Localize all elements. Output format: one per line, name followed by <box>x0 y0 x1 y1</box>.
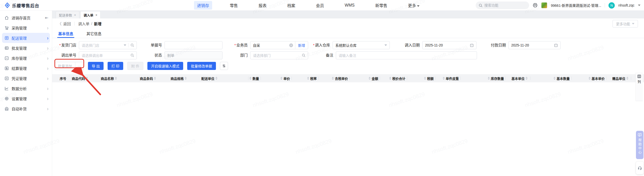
items-table-header: 序号 商品代码 商品名称 商品条码 商品规格 配送单位 数量 单价 税率 含税单… <box>52 74 644 82</box>
print-button[interactable]: 打 印 <box>108 62 123 70</box>
nav-item-wms[interactable]: WMS <box>342 2 358 9</box>
out-doc-select[interactable]: 请选择调出单 <box>79 51 137 59</box>
in-date-picker[interactable]: 2025-11-20 <box>422 41 476 49</box>
worktab-transfer-in[interactable]: 调入单 × <box>80 11 101 18</box>
nav-item-reports[interactable]: 报表 <box>255 1 270 10</box>
clear-icon[interactable]: × <box>289 43 293 47</box>
col-total-with-tax[interactable]: 税价合计 <box>388 74 423 82</box>
user-name[interactable]: nhsoft.zqc <box>618 3 634 7</box>
headset-icon <box>638 166 642 170</box>
nav-item-members[interactable]: 会员 <box>313 1 327 10</box>
store-name[interactable]: 99661-新界面果蔬版测试-管理... <box>551 3 601 8</box>
help-chat-icon <box>638 133 642 137</box>
col-delivery-unit[interactable]: 配送单位 <box>201 74 248 82</box>
col-tax-amount[interactable]: 税额 <box>423 74 442 82</box>
breadcrumb-current: 新增 <box>94 21 102 26</box>
department-select[interactable]: 请选择部门 <box>250 51 308 59</box>
col-base-price[interactable]: 基本单价 <box>588 74 612 82</box>
store-avatar <box>541 2 547 8</box>
col-base-qty[interactable]: 基本数量 <box>553 74 588 82</box>
col-product-name[interactable]: 商品名称 <box>101 74 140 82</box>
remark-input[interactable]: 请输入备注 <box>336 51 477 59</box>
col-barcode[interactable]: 商品条码 <box>140 74 171 82</box>
col-base-unit[interactable]: 基本单位 <box>511 74 553 82</box>
collapse-sidebar-icon[interactable]: ⇤ <box>45 15 48 20</box>
nav-item-psi[interactable]: 进销存 <box>194 1 212 10</box>
col-spec[interactable]: 商品规格 <box>171 74 201 82</box>
col-stock-qty[interactable]: 库存数量 <box>487 74 511 82</box>
global-search[interactable] <box>476 2 529 9</box>
customer-support-button[interactable] <box>636 162 643 174</box>
worktab-delivery-params[interactable]: 配送参数 × <box>56 11 79 18</box>
col-product-code[interactable]: 商品代码 <box>72 74 101 82</box>
nav-item-archives[interactable]: 档案 <box>284 1 298 10</box>
chevron-right-icon: › <box>47 25 48 31</box>
search-icon[interactable] <box>131 54 134 57</box>
col-unit-tare[interactable]: 单件皮重 <box>442 74 487 82</box>
tab-basic-info[interactable]: 基本信息 <box>58 29 73 38</box>
doc-number-input[interactable] <box>165 41 222 49</box>
more-dots-icon[interactable]: ⋯ <box>75 62 84 70</box>
sending-store-select[interactable]: 请选择门店 <box>79 41 137 49</box>
help-center-button[interactable]: 帮助中心 <box>636 131 643 159</box>
col-amount[interactable]: 金额 <box>368 74 388 82</box>
col-seq: 序号 <box>60 74 72 82</box>
sidebar-item-voucher[interactable]: 凭证管理 › <box>0 73 52 83</box>
sort-icon <box>307 77 309 80</box>
search-input[interactable] <box>484 3 522 7</box>
form-tabs: 基本信息 其它信息 <box>52 29 644 38</box>
tab-other-info[interactable]: 其它信息 <box>86 29 102 38</box>
search-icon[interactable] <box>131 43 134 47</box>
page-header: 〈 返回 调入单 / 新增 更多功能 <box>52 18 644 29</box>
breadcrumb-parent[interactable]: 调入单 <box>78 21 89 26</box>
chevron-right-icon: › <box>47 86 48 91</box>
sidebar-item-settlement[interactable]: 结算管理 › <box>0 63 52 73</box>
col-price[interactable]: 单价 <box>279 74 306 82</box>
sort-icon <box>86 77 88 80</box>
speed-input-mode-button[interactable]: 开启极速输入模式 <box>147 62 183 70</box>
col-price-with-tax[interactable]: 含税单价 <box>331 74 368 82</box>
col-tax-rate[interactable]: 税率 <box>306 74 331 82</box>
more-functions-button[interactable]: 更多功能 <box>613 20 638 28</box>
add-salesman-link[interactable]: 新增 <box>295 41 308 49</box>
sort-icon <box>589 77 591 80</box>
calendar-icon <box>470 43 474 47</box>
sidebar-item-delivery[interactable]: 配送管理 › <box>2 33 50 43</box>
salesman-select[interactable]: 自采 × 新增 <box>250 41 308 49</box>
nav-item-new-retail[interactable]: 新零售 <box>372 1 390 10</box>
sort-icon <box>626 77 628 80</box>
sidebar-item-home[interactable]: 进销存首页 ⇤ <box>0 13 52 23</box>
printer-icon[interactable] <box>533 3 538 8</box>
pay-date-picker[interactable]: 2025-11-20 <box>508 41 561 49</box>
col-qty[interactable]: 数量 <box>248 74 279 82</box>
sidebar-item-wholesale[interactable]: 批发管理 › <box>0 43 52 53</box>
export-button[interactable]: 导 出 <box>88 62 104 70</box>
sort-icon <box>185 77 187 80</box>
batch-edit-button[interactable]: 批量修改单据 <box>187 62 216 70</box>
sidebar-item-purchase[interactable]: 采购管理 › <box>0 23 52 33</box>
close-icon[interactable]: × <box>95 13 98 17</box>
sidebar-item-settings[interactable]: 设置管理 › <box>0 93 52 104</box>
replenishment-icon <box>5 107 9 111</box>
back-button[interactable]: 返回 <box>63 21 71 26</box>
sort-icon <box>526 77 528 80</box>
calendar-icon <box>554 43 558 47</box>
sidebar-item-replenishment[interactable]: 自动补货 › <box>0 104 52 114</box>
nav-item-more[interactable]: 更多 <box>405 1 423 10</box>
sidebar-item-analytics[interactable]: 数据分析 › <box>0 83 52 93</box>
column-config-button[interactable]: 列 <box>636 73 643 101</box>
required-mark: * <box>59 43 61 47</box>
nav-item-retail[interactable]: 零售 <box>227 1 241 10</box>
in-warehouse-select[interactable]: 系统默认仓库 <box>333 41 390 49</box>
search-icon[interactable] <box>302 54 305 57</box>
required-mark: * <box>313 43 314 47</box>
sidebar-item-inventory[interactable]: 库存管理 › <box>0 53 52 63</box>
field-in-warehouse: *调入仓库 系统默认仓库 <box>309 41 390 49</box>
close-icon[interactable]: × <box>74 13 76 17</box>
table-settings-button[interactable] <box>220 62 228 70</box>
main-content: 配送参数 × 调入单 × 〈 返回 调入单 / 新增 更多功能 基本信息 其它信… <box>52 11 644 176</box>
batch-add-button[interactable]: 批量添加 ⋯ <box>55 62 84 70</box>
field-department: 部门 请选择部门 <box>230 51 308 59</box>
app-title: 乐檬零售后台 <box>12 2 39 9</box>
user-menu-chevron-icon[interactable] <box>638 5 640 6</box>
